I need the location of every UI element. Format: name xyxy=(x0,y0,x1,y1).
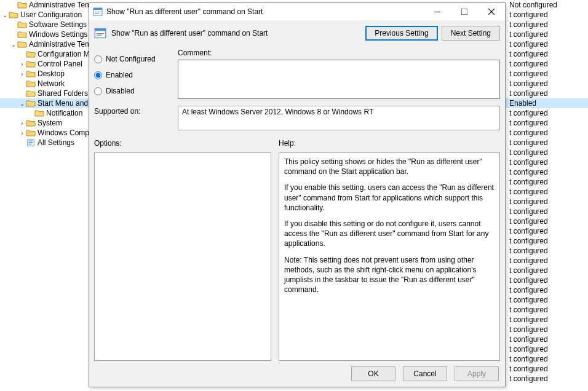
status-cell[interactable]: t configured xyxy=(504,118,588,128)
status-cell[interactable]: t configured xyxy=(504,138,588,148)
tree-item[interactable]: Shared Folders xyxy=(0,89,89,98)
status-cell[interactable]: t configured xyxy=(504,236,588,246)
status-cell[interactable]: t configured xyxy=(504,79,588,89)
status-cell[interactable]: t configured xyxy=(504,89,588,98)
radio-disabled-input[interactable] xyxy=(94,87,102,95)
status-cell[interactable]: t configured xyxy=(504,187,588,197)
status-cell[interactable]: t configured xyxy=(504,39,588,49)
status-cell[interactable]: t configured xyxy=(504,325,588,334)
status-cell[interactable]: t configured xyxy=(504,364,588,374)
tree-item[interactable]: ⌄Administrative Templ xyxy=(0,39,89,49)
status-cell[interactable]: t configured xyxy=(504,275,588,285)
radio-disabled[interactable]: Disabled xyxy=(94,83,168,99)
status-cell[interactable]: t configured xyxy=(504,207,588,216)
tree-expand-icon[interactable]: › xyxy=(18,120,26,127)
status-cell[interactable]: t configured xyxy=(504,177,588,187)
tree-collapse-icon[interactable]: ⌄ xyxy=(10,41,17,48)
radio-label: Disabled xyxy=(106,87,135,95)
tree-item[interactable]: Software Settings xyxy=(0,20,89,30)
tree-item-label: Notification xyxy=(46,109,82,117)
status-cell[interactable]: t configured xyxy=(504,344,588,354)
status-cell[interactable]: t configured xyxy=(504,256,588,266)
status-cell[interactable]: t configured xyxy=(504,226,588,236)
tree-item[interactable]: ⌄User Configuration xyxy=(0,10,89,20)
svg-rect-5 xyxy=(93,8,102,10)
status-cell[interactable]: t configured xyxy=(504,10,588,20)
status-cell[interactable]: t configured xyxy=(504,334,588,344)
tree-collapse-icon[interactable]: ⌄ xyxy=(18,100,26,107)
svg-rect-7 xyxy=(95,13,99,14)
status-cell[interactable]: t configured xyxy=(504,59,588,69)
status-cell[interactable]: t configured xyxy=(504,216,588,226)
nav-tree[interactable]: Administrative Templ⌄User ConfigurationS… xyxy=(0,0,89,391)
tree-item[interactable]: ›Windows Comp xyxy=(0,128,89,138)
radio-not-configured-input[interactable] xyxy=(94,55,102,63)
status-cell[interactable]: t configured xyxy=(504,148,588,157)
tree-expand-icon[interactable]: › xyxy=(18,71,26,77)
apply-button[interactable]: Apply xyxy=(455,366,499,381)
help-paragraph: This policy setting shows or hides the "… xyxy=(284,157,495,176)
status-cell[interactable]: Enabled xyxy=(504,98,588,108)
svg-rect-9 xyxy=(461,9,467,15)
tree-item[interactable]: Windows Settings xyxy=(0,30,89,39)
tree-collapse-icon[interactable]: ⌄ xyxy=(1,12,9,18)
help-paragraph: If you enable this setting, users can ac… xyxy=(284,183,495,213)
tree-item[interactable]: ›Desktop xyxy=(0,69,89,79)
tree-expand-icon[interactable]: › xyxy=(18,130,26,136)
previous-setting-button[interactable]: Previous Setting xyxy=(365,26,437,41)
status-cell[interactable]: t configured xyxy=(504,20,588,30)
status-cell[interactable]: t configured xyxy=(504,374,588,384)
status-cell[interactable]: t configured xyxy=(504,128,588,138)
minimize-button[interactable] xyxy=(424,3,451,20)
status-cell[interactable]: t configured xyxy=(504,167,588,177)
status-cell[interactable]: t configured xyxy=(504,285,588,295)
status-cell[interactable]: t configured xyxy=(504,246,588,256)
help-paragraph: Note: This setting does not prevent user… xyxy=(284,255,495,295)
status-cell[interactable]: Not configured xyxy=(504,0,588,10)
radio-label: Enabled xyxy=(106,71,133,79)
maximize-button[interactable] xyxy=(451,3,478,20)
folder-icon xyxy=(26,119,36,127)
titlebar: Show "Run as different user" command on … xyxy=(89,3,505,20)
status-cell[interactable]: t configured xyxy=(504,69,588,79)
folder-icon xyxy=(26,99,36,108)
tree-item[interactable]: ›Control Panel xyxy=(0,59,89,69)
comment-textarea[interactable] xyxy=(178,60,500,99)
radio-enabled-input[interactable] xyxy=(94,71,102,79)
status-cell[interactable]: t configured xyxy=(504,197,588,207)
status-cell[interactable]: t configured xyxy=(504,266,588,275)
tree-item[interactable]: Notification xyxy=(0,108,89,118)
status-cell[interactable]: t configured xyxy=(504,157,588,167)
status-cell[interactable]: t configured xyxy=(504,315,588,325)
ok-button[interactable]: OK xyxy=(351,366,395,381)
tree-item-label: All Settings xyxy=(38,138,74,147)
status-cell[interactable]: t configured xyxy=(504,305,588,315)
tree-item-label: Control Panel xyxy=(38,60,82,68)
tree-item-label: Windows Settings xyxy=(29,30,87,39)
svg-rect-15 xyxy=(97,35,102,36)
dialog-button-row: OK Cancel Apply xyxy=(89,361,505,387)
status-cell[interactable]: t configured xyxy=(504,108,588,118)
state-radio-group: Not Configured Enabled Disabled xyxy=(94,49,168,101)
cancel-button[interactable]: Cancel xyxy=(403,366,447,381)
status-cell[interactable]: t configured xyxy=(504,49,588,59)
tree-item[interactable]: ›System xyxy=(0,118,89,128)
close-button[interactable] xyxy=(478,3,505,20)
tree-expand-icon[interactable]: › xyxy=(18,61,26,68)
folder-icon xyxy=(9,10,18,19)
settings-status-column: Not configuredt configuredt configuredt … xyxy=(504,0,588,391)
tree-item[interactable]: Network xyxy=(0,79,89,89)
tree-item[interactable]: All Settings xyxy=(0,138,89,148)
svg-rect-14 xyxy=(97,33,105,34)
radio-not-configured[interactable]: Not Configured xyxy=(94,51,168,67)
tree-item[interactable]: Configuration M xyxy=(0,49,89,59)
svg-rect-8 xyxy=(434,12,440,12)
radio-enabled[interactable]: Enabled xyxy=(94,67,168,83)
status-cell[interactable]: t configured xyxy=(504,354,588,364)
tree-item[interactable]: Administrative Templ xyxy=(0,0,89,10)
next-setting-button[interactable]: Next Setting xyxy=(442,26,500,41)
status-cell[interactable]: t configured xyxy=(504,30,588,39)
tree-item-label: Desktop xyxy=(38,69,65,78)
tree-item[interactable]: ⌄Start Menu and xyxy=(0,98,89,108)
status-cell[interactable]: t configured xyxy=(504,295,588,305)
